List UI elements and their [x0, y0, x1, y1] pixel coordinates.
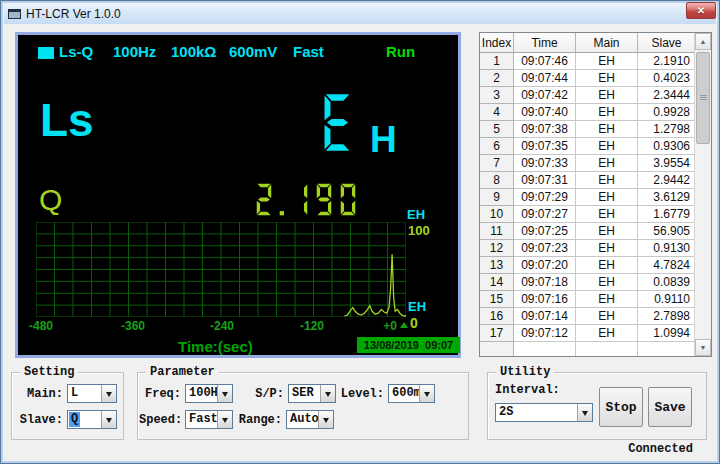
freq-select[interactable]: 100Hz	[185, 384, 233, 403]
cell-slave: 0.9130	[638, 240, 696, 257]
cell-slave: 0.9928	[638, 104, 696, 121]
level-select-dropdown-icon[interactable]	[419, 385, 434, 402]
app-window: HT-LCR Ver 1.0.0 ✕ Run Ls H Q EH 100 EH …	[0, 0, 720, 464]
scroll-up-icon: ▲	[700, 38, 707, 45]
range-select-dropdown-icon[interactable]	[318, 411, 333, 428]
column-header-index[interactable]: Index	[480, 33, 514, 53]
stop-button[interactable]: Stop	[599, 387, 643, 427]
interval-select-dropdown-icon[interactable]	[577, 404, 592, 421]
close-button[interactable]: ✕	[686, 2, 716, 19]
cell-index: 17	[480, 325, 514, 342]
window-title: HT-LCR Ver 1.0.0	[26, 7, 121, 21]
cell-index: 11	[480, 223, 514, 240]
speed-select[interactable]: Fast	[185, 410, 233, 429]
cell-slave: 4.7824	[638, 257, 696, 274]
cell-main: EH	[576, 87, 638, 104]
app-icon	[8, 9, 21, 19]
table-row[interactable]: 909:07:29EH3.6129	[480, 189, 696, 206]
sp-select-value: SER	[292, 386, 314, 401]
main-select-label: Main:	[17, 387, 63, 401]
cell-slave: 1.0994	[638, 325, 696, 342]
cell-main: EH	[576, 172, 638, 189]
titlebar[interactable]: HT-LCR Ver 1.0.0	[4, 4, 716, 24]
table-row[interactable]: 309:07:42EH2.3444	[480, 87, 696, 104]
interval-select[interactable]: 2S	[495, 403, 593, 422]
speed-select-dropdown-icon[interactable]	[217, 411, 232, 428]
slave-select-value: Q	[69, 412, 80, 427]
main-select-dropdown-icon[interactable]	[101, 385, 116, 402]
cell-main: EH	[576, 121, 638, 138]
speed-label: Speed:	[139, 413, 181, 427]
setting-group: Setting	[11, 372, 124, 440]
scroll-up-button[interactable]: ▲	[695, 33, 711, 50]
x-axis-tick: -240	[210, 319, 234, 333]
main-select[interactable]: L	[67, 384, 117, 403]
table-row[interactable]: 509:07:38EH1.2798	[480, 121, 696, 138]
main-parameter-label: Ls	[40, 97, 94, 143]
main-value-7seg	[321, 84, 354, 161]
cell-main: EH	[576, 206, 638, 223]
table-row[interactable]: 1209:07:23EH0.9130	[480, 240, 696, 257]
scroll-down-button[interactable]: ▼	[695, 339, 711, 356]
lcd-status-item: Fast	[293, 43, 324, 60]
cell-time: 09:07:40	[514, 104, 576, 121]
x-axis-tick: -360	[121, 319, 145, 333]
slave-select-label: Slave:	[11, 413, 63, 427]
cell-index: 10	[480, 206, 514, 223]
slave-select[interactable]: Q	[67, 410, 117, 429]
cell-empty	[638, 342, 696, 357]
table-row[interactable]: 1009:07:27EH1.6779	[480, 206, 696, 223]
table-row[interactable]: 1309:07:20EH4.7824	[480, 257, 696, 274]
table-row[interactable]: 709:07:33EH3.9554	[480, 155, 696, 172]
table-row[interactable]: 809:07:31EH2.9442	[480, 172, 696, 189]
table-row[interactable]: 609:07:35EH0.9306	[480, 138, 696, 155]
cell-time: 09:07:12	[514, 325, 576, 342]
table-row[interactable]: 1409:07:18EH0.0839	[480, 274, 696, 291]
parameter-group-title: Parameter	[146, 365, 219, 379]
table-row[interactable]: 1509:07:16EH0.9110	[480, 291, 696, 308]
cell-time: 09:07:42	[514, 87, 576, 104]
scrollbar-thumb[interactable]	[696, 52, 710, 144]
save-button[interactable]: Save	[648, 387, 692, 427]
table-row[interactable]: 1709:07:12EH1.0994	[480, 325, 696, 342]
cell-main: EH	[576, 189, 638, 206]
table-row[interactable]: 1609:07:14EH2.7898	[480, 308, 696, 325]
cell-slave: 0.9110	[638, 291, 696, 308]
cell-index: 3	[480, 87, 514, 104]
column-header-main[interactable]: Main	[576, 33, 638, 53]
cell-slave: 2.9442	[638, 172, 696, 189]
sp-select-dropdown-icon[interactable]	[320, 385, 335, 402]
table-scrollbar[interactable]: ▲ ▼	[694, 33, 711, 356]
data-table: IndexTimeMainSlave109:07:46EH2.1910209:0…	[479, 32, 712, 357]
table-row[interactable]: 209:07:44EH0.4023	[480, 70, 696, 87]
cell-time: 09:07:18	[514, 274, 576, 291]
cell-main: EH	[576, 53, 638, 70]
cell-main: EH	[576, 274, 638, 291]
cell-time: 09:07:14	[514, 308, 576, 325]
main-value-suffix: H	[370, 121, 397, 158]
slave-select-dropdown-icon[interactable]	[101, 411, 116, 428]
table-row[interactable]: 109:07:46EH2.1910	[480, 53, 696, 70]
cell-slave: 2.1910	[638, 53, 696, 70]
setting-group-title: Setting	[20, 365, 78, 379]
cell-time: 09:07:31	[514, 172, 576, 189]
sp-select[interactable]: SER	[288, 384, 336, 403]
overflow-flag-top: EH	[407, 207, 425, 222]
cell-time: 09:07:38	[514, 121, 576, 138]
column-header-time[interactable]: Time	[514, 33, 576, 53]
table-row[interactable]: 1109:07:25EH56.905	[480, 223, 696, 240]
thumb-grip-icon	[700, 95, 707, 96]
cell-main: EH	[576, 308, 638, 325]
x-axis-tick: +0	[383, 319, 397, 333]
interval-select-value: 2S	[499, 405, 513, 420]
slave-parameter-label: Q	[39, 185, 62, 215]
column-header-slave[interactable]: Slave	[638, 33, 696, 53]
cell-main: EH	[576, 138, 638, 155]
x-axis-tick: -120	[300, 319, 324, 333]
cell-slave: 56.905	[638, 223, 696, 240]
table-row[interactable]: 409:07:40EH0.9928	[480, 104, 696, 121]
cell-main: EH	[576, 325, 638, 342]
level-select[interactable]: 600mV	[388, 384, 435, 403]
range-select[interactable]: Auto	[286, 410, 334, 429]
freq-select-dropdown-icon[interactable]	[217, 385, 232, 402]
